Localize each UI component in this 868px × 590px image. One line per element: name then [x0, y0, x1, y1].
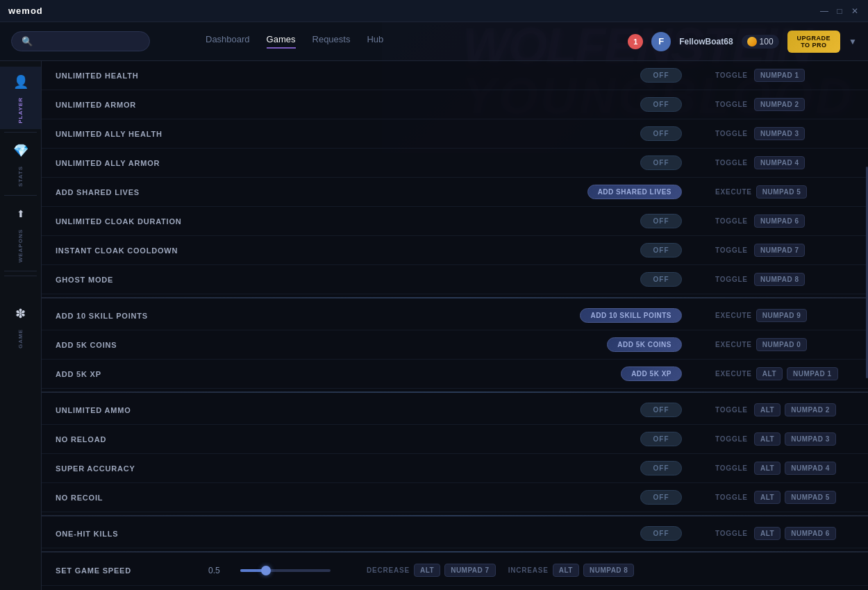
sidebar-divider-4: [4, 276, 37, 276]
key-badge-alt: ALT: [754, 403, 781, 416]
tab-requests[interactable]: Requests: [312, 34, 351, 49]
table-row: UNLIMITED CLOAK DURATION OFF TOGGLE NUMP…: [42, 207, 868, 236]
cheat-action: OFF TOGGLE ALT NUMPAD 6: [640, 526, 854, 541]
keybind-type: TOGGLE: [715, 494, 750, 501]
keybind-group: TOGGLE ALT NUMPAD 2: [715, 403, 854, 416]
sidebar-item-weapons[interactable]: ⬆ WEAPONS: [0, 199, 41, 268]
toggle-unlimited-cloak-duration[interactable]: OFF: [640, 214, 682, 228]
key-badge: NUMPAD 0: [756, 338, 807, 351]
cheat-name: ADD 10 SKILL POINTS: [56, 312, 229, 320]
header-right: 1 F FellowBoat68 100 UPGRADE TO PRO ▼: [628, 31, 857, 53]
sidebar-label-stats: STATS: [17, 166, 24, 187]
nav-tabs: Dashboard Games Requests Hub: [206, 34, 383, 49]
slider-track[interactable]: [240, 569, 331, 572]
sidebar-divider-3: [4, 271, 37, 271]
cheat-action: OFF TOGGLE NUMPAD 1: [640, 68, 854, 83]
keybind-type-increase: INCREASE: [508, 566, 549, 574]
upgrade-button[interactable]: UPGRADE TO PRO: [787, 31, 841, 53]
key-badge-alt: ALT: [756, 367, 783, 380]
sidebar-label-game: GAME: [17, 329, 24, 348]
cheat-name: SUPER ACCURACY: [56, 464, 229, 473]
toggle-ghost-mode[interactable]: OFF: [640, 272, 682, 287]
keybind-type: TOGGLE: [715, 530, 750, 537]
toggle-one-hit-kills[interactable]: OFF: [640, 526, 682, 541]
table-row: UNLIMITED ALLY ARMOR OFF TOGGLE NUMPAD 4: [42, 149, 868, 178]
execute-add-shared-lives[interactable]: ADD SHARED LIVES: [587, 185, 682, 199]
key-badge-alt: ALT: [754, 432, 781, 446]
cheat-action: ADD SHARED LIVES EXECUTE NUMPAD 5: [587, 185, 854, 199]
execute-add-5k-coins[interactable]: ADD 5K COINS: [607, 337, 682, 352]
toggle-no-reload[interactable]: OFF: [640, 432, 682, 446]
game-icon: ✽: [11, 304, 31, 323]
toggle-super-accuracy[interactable]: OFF: [640, 461, 682, 475]
execute-add-5k-xp[interactable]: ADD 5K XP: [621, 366, 682, 381]
table-row: NO RECOIL OFF TOGGLE ALT NUMPAD 5: [42, 483, 868, 512]
table-row: ADD 5K XP ADD 5K XP EXECUTE ALT NUMPAD 1: [42, 360, 868, 389]
search-box[interactable]: 🔍: [11, 31, 150, 51]
slider-value: 0.5: [208, 566, 229, 575]
avatar: F: [651, 32, 671, 51]
stats-icon: 💎: [11, 141, 31, 160]
sidebar-item-stats[interactable]: 💎 STATS: [0, 135, 41, 192]
key-badge-alt: ALT: [754, 462, 781, 475]
toggle-unlimited-ammo[interactable]: OFF: [640, 403, 682, 417]
keybind-group: TOGGLE NUMPAD 7: [715, 244, 854, 257]
dropdown-arrow[interactable]: ▼: [849, 37, 857, 47]
maximize-button[interactable]: □: [835, 6, 844, 16]
tab-hub[interactable]: Hub: [367, 34, 383, 49]
tab-dashboard[interactable]: Dashboard: [206, 34, 250, 49]
keybind-type: TOGGLE: [715, 71, 750, 79]
execute-add-10-skill-points[interactable]: ADD 10 SKILL POINTS: [580, 308, 682, 323]
keybind-type: TOGGLE: [715, 435, 750, 443]
keybind-type: EXECUTE: [715, 312, 752, 319]
cheat-action: OFF TOGGLE ALT NUMPAD 3: [640, 432, 854, 446]
cheat-name: UNLIMITED CLOAK DURATION: [56, 217, 229, 226]
cheat-name: ADD 5K XP: [56, 370, 229, 378]
table-row: UNLIMITED ALLY HEALTH OFF TOGGLE NUMPAD …: [42, 119, 868, 149]
key-badge: NUMPAD 3: [754, 127, 805, 140]
key-badge: NUMPAD 7: [444, 564, 495, 577]
table-row: UNLIMITED HEALTH OFF TOGGLE NUMPAD 1: [42, 61, 868, 90]
key-badge: NUMPAD 1: [787, 367, 837, 380]
cheat-action: OFF TOGGLE NUMPAD 7: [640, 243, 854, 258]
key-badge-increase: NUMPAD 8: [583, 564, 634, 577]
close-button[interactable]: ✕: [850, 6, 860, 16]
key-badge-alt: ALT: [754, 491, 781, 504]
toggle-unlimited-health[interactable]: OFF: [640, 68, 682, 83]
keybind-type: TOGGLE: [715, 101, 750, 108]
table-row: SET GAME SPEED 0.5 DECREASE ALT NUMPAD 7…: [42, 555, 868, 586]
section-separator-game: [42, 551, 868, 553]
player-icon: 👤: [11, 72, 31, 92]
coins-badge: 100: [742, 35, 779, 49]
slider-thumb[interactable]: [261, 566, 271, 575]
tab-games[interactable]: Games: [267, 34, 296, 49]
cheat-name: ADD 5K COINS: [56, 341, 229, 349]
username: FellowBoat68: [679, 37, 733, 47]
keybind-group: TOGGLE NUMPAD 3: [715, 127, 854, 140]
minimize-button[interactable]: —: [819, 6, 829, 16]
keybind-type: TOGGLE: [715, 159, 750, 167]
key-badge: NUMPAD 8: [754, 273, 805, 286]
keybind-type: TOGGLE: [715, 406, 750, 414]
table-row: ONE-HIT KILLS OFF TOGGLE ALT NUMPAD 6: [42, 519, 868, 548]
section-separator-weapons: [42, 391, 868, 393]
cheat-name: ADD SHARED LIVES: [56, 188, 229, 196]
cheat-name: UNLIMITED ALLY ARMOR: [56, 159, 229, 167]
sidebar-item-player[interactable]: 👤 PLAYER: [0, 67, 41, 129]
toggle-no-recoil[interactable]: OFF: [640, 490, 682, 505]
keybind-group: TOGGLE ALT NUMPAD 5: [715, 491, 854, 504]
toggle-unlimited-ally-health[interactable]: OFF: [640, 126, 682, 141]
key-badge: NUMPAD 9: [756, 309, 807, 322]
toggle-unlimited-ally-armor[interactable]: OFF: [640, 155, 682, 170]
table-row: NO RELOAD OFF TOGGLE ALT NUMPAD 3: [42, 425, 868, 454]
weapons-icon: ⬆: [11, 204, 31, 224]
sidebar-item-game[interactable]: ✽ GAME: [0, 298, 41, 354]
table-row: SUPER ACCURACY OFF TOGGLE ALT NUMPAD 4: [42, 454, 868, 483]
cheat-name: UNLIMITED ALLY HEALTH: [56, 130, 229, 138]
toggle-instant-cloak-cooldown[interactable]: OFF: [640, 243, 682, 258]
toggle-unlimited-armor[interactable]: OFF: [640, 97, 682, 112]
key-badge: NUMPAD 7: [754, 244, 805, 257]
key-badge: NUMPAD 4: [754, 156, 805, 169]
keybind-type: DECREASE: [367, 566, 410, 574]
notification-badge[interactable]: 1: [628, 34, 643, 49]
